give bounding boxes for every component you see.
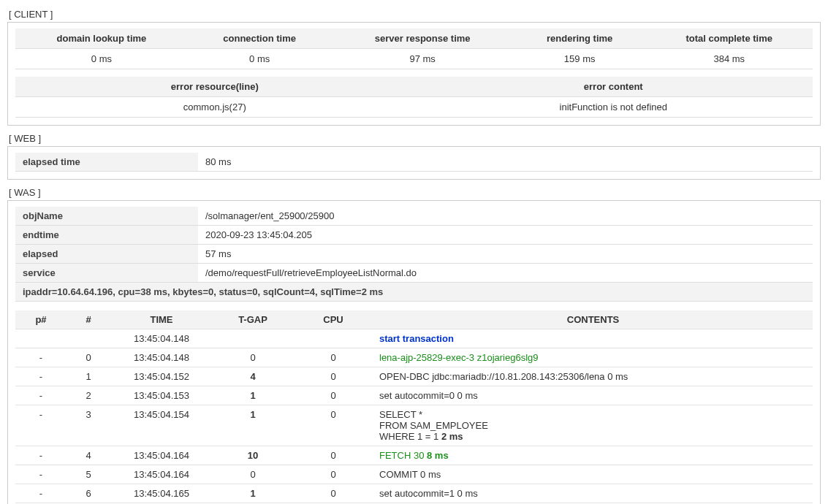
was-objname-value: /solmanager/ent_25900/25900 xyxy=(198,207,813,226)
was-service-label: service xyxy=(15,264,198,283)
was-endtime-label: endtime xyxy=(15,226,198,245)
trace-cpu: 0 xyxy=(293,348,373,367)
trace-header-tgap: T-GAP xyxy=(213,310,293,329)
client-metric-header-domain: domain lookup time xyxy=(15,28,188,49)
trace-hash: 5 xyxy=(67,465,110,484)
trace-tgap: 1 xyxy=(213,386,293,405)
trace-header-phash: p# xyxy=(15,310,67,329)
trace-contents: SELECT *FROM SAM_EMPLOYEEWHERE 1 = 1 2 m… xyxy=(373,405,813,446)
trace-time: 13:45:04.165 xyxy=(110,484,213,503)
client-section-label: [ CLIENT ] xyxy=(9,9,821,20)
was-panel: objName /solmanager/ent_25900/25900 endt… xyxy=(7,200,821,504)
trace-row: -513:45:04.16400COMMIT 0 ms xyxy=(15,465,813,484)
trace-time: 13:45:04.164 xyxy=(110,446,213,465)
trace-hash: 2 xyxy=(67,386,110,405)
trace-header-contents: CONTENTS xyxy=(373,310,813,329)
trace-hash: 4 xyxy=(67,446,110,465)
trace-tgap xyxy=(213,329,293,348)
trace-contents: FETCH 30 8 ms xyxy=(373,446,813,465)
client-error-header-content: error content xyxy=(414,77,813,97)
trace-cpu: 0 xyxy=(293,367,373,386)
client-metric-server-response: 97 ms xyxy=(331,49,513,69)
web-elapsed-value: 80 ms xyxy=(198,153,813,172)
trace-phash: - xyxy=(15,386,67,405)
trace-row: -013:45:04.14800lena-ajp-25829-exec-3 z1… xyxy=(15,348,813,367)
trace-row: -313:45:04.15410SELECT *FROM SAM_EMPLOYE… xyxy=(15,405,813,446)
client-metric-header-total: total complete time xyxy=(645,28,813,49)
trace-contents: start transaction xyxy=(373,329,813,348)
client-error-table: error resource(line) error content commo… xyxy=(15,77,813,118)
trace-phash: - xyxy=(15,446,67,465)
trace-phash: - xyxy=(15,484,67,503)
trace-tgap: 1 xyxy=(213,405,293,446)
was-endtime-value: 2020-09-23 13:45:04.205 xyxy=(198,226,813,245)
trace-header-hash: # xyxy=(67,310,110,329)
trace-cpu: 0 xyxy=(293,405,373,446)
trace-contents: set autocommit=1 0 ms xyxy=(373,484,813,503)
trace-hash: 3 xyxy=(67,405,110,446)
trace-time: 13:45:04.152 xyxy=(110,367,213,386)
trace-tgap: 4 xyxy=(213,367,293,386)
trace-contents: lena-ajp-25829-exec-3 z1ojarieg6slg9 xyxy=(373,348,813,367)
trace-time: 13:45:04.148 xyxy=(110,348,213,367)
was-props-table: objName /solmanager/ent_25900/25900 endt… xyxy=(15,207,813,302)
web-elapsed-label: elapsed time xyxy=(15,153,198,172)
trace-hash xyxy=(67,329,110,348)
trace-contents: COMMIT 0 ms xyxy=(373,465,813,484)
client-metric-header-connection: connection time xyxy=(188,28,332,49)
trace-row: 13:45:04.148start transaction xyxy=(15,329,813,348)
trace-contents: OPEN-DBC jdbc:mariadb://10.81.208.143:25… xyxy=(373,367,813,386)
web-section-label: [ WEB ] xyxy=(9,133,821,144)
was-elapsed-label: elapsed xyxy=(15,245,198,264)
trace-cpu: 0 xyxy=(293,465,373,484)
trace-contents: set autocommit=0 0 ms xyxy=(373,386,813,405)
trace-header-cpu: CPU xyxy=(293,310,373,329)
trace-hash: 1 xyxy=(67,367,110,386)
trace-tgap: 10 xyxy=(213,446,293,465)
client-error-resource: common.js(27) xyxy=(15,97,414,118)
trace-tgap: 0 xyxy=(213,465,293,484)
client-metric-connection: 0 ms xyxy=(188,49,332,69)
trace-cpu: 0 xyxy=(293,484,373,503)
trace-row: -113:45:04.15240OPEN-DBC jdbc:mariadb://… xyxy=(15,367,813,386)
trace-hash: 6 xyxy=(67,484,110,503)
trace-row: -413:45:04.164100FETCH 30 8 ms xyxy=(15,446,813,465)
trace-row: -613:45:04.16510set autocommit=1 0 ms xyxy=(15,484,813,503)
trace-row: -213:45:04.15310set autocommit=0 0 ms xyxy=(15,386,813,405)
client-metric-rendering: 159 ms xyxy=(514,49,646,69)
client-metric-header-rendering: rendering time xyxy=(514,28,646,49)
was-summary: ipaddr=10.64.64.196, cpu=38 ms, kbytes=0… xyxy=(15,283,813,302)
client-metrics-table: domain lookup time connection time serve… xyxy=(15,28,813,69)
was-objname-label: objName xyxy=(15,207,198,226)
trace-cpu: 0 xyxy=(293,446,373,465)
client-metric-domain: 0 ms xyxy=(15,49,188,69)
web-panel: elapsed time 80 ms xyxy=(7,146,821,180)
web-elapsed-table: elapsed time 80 ms xyxy=(15,153,813,172)
client-metric-header-server-response: server response time xyxy=(331,28,513,49)
trace-phash: - xyxy=(15,367,67,386)
was-section-label: [ WAS ] xyxy=(9,187,821,198)
trace-tgap: 0 xyxy=(213,348,293,367)
trace-phash: - xyxy=(15,465,67,484)
trace-cpu: 0 xyxy=(293,386,373,405)
was-elapsed-value: 57 ms xyxy=(198,245,813,264)
trace-cpu xyxy=(293,329,373,348)
client-panel: domain lookup time connection time serve… xyxy=(7,22,821,126)
trace-time: 13:45:04.164 xyxy=(110,465,213,484)
trace-phash: - xyxy=(15,348,67,367)
client-error-header-resource: error resource(line) xyxy=(15,77,414,97)
trace-phash xyxy=(15,329,67,348)
trace-hash: 0 xyxy=(67,348,110,367)
was-trace-table: p# # TIME T-GAP CPU CONTENTS 13:45:04.14… xyxy=(15,310,813,504)
trace-tgap: 1 xyxy=(213,484,293,503)
client-error-content: initFunction is not defined xyxy=(414,97,813,118)
trace-phash: - xyxy=(15,405,67,446)
trace-time: 13:45:04.148 xyxy=(110,329,213,348)
trace-time: 13:45:04.153 xyxy=(110,386,213,405)
client-metric-total: 384 ms xyxy=(645,49,813,69)
trace-time: 13:45:04.154 xyxy=(110,405,213,446)
was-service-value: /demo/requestFull/retrieveEmployeeListNo… xyxy=(198,264,813,283)
trace-header-time: TIME xyxy=(110,310,213,329)
